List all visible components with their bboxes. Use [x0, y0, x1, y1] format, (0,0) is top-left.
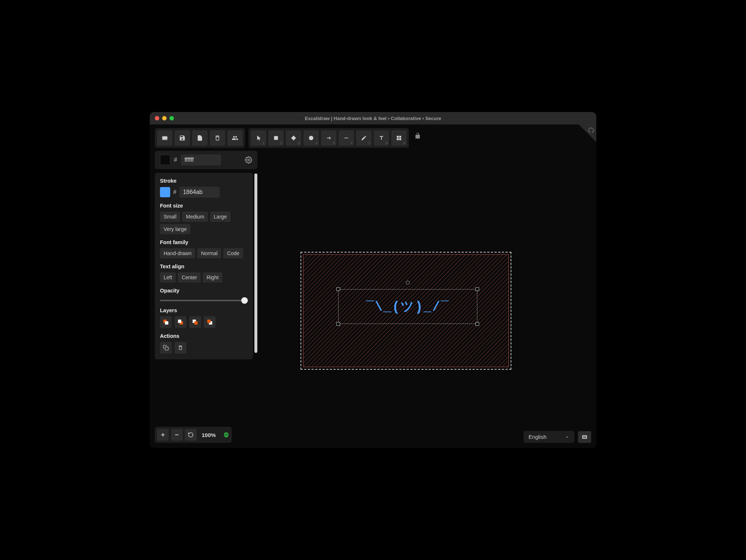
export-button[interactable] — [192, 130, 208, 146]
send-backward-button[interactable] — [175, 316, 186, 328]
text-align-section: Text align Left Center Right — [160, 264, 248, 283]
bg-color-swatch[interactable] — [160, 155, 170, 165]
insert-tool[interactable]: 9 — [391, 130, 407, 146]
maximize-window-button[interactable] — [169, 116, 174, 120]
resize-handle-sw[interactable] — [336, 322, 340, 326]
font-size-very-large[interactable]: Very large — [160, 224, 190, 234]
circle-icon — [308, 135, 314, 141]
trash-icon — [178, 345, 183, 351]
svg-rect-16 — [165, 347, 168, 350]
tool-number: 5 — [333, 141, 335, 145]
properties-panel-wrap: Stroke # Font size Small Medium Large — [155, 173, 257, 359]
properties-scrollbar[interactable] — [254, 173, 257, 359]
bring-forward-button[interactable] — [189, 316, 201, 328]
draw-tool[interactable]: 7 — [356, 130, 372, 146]
stroke-color-swatch[interactable] — [160, 187, 170, 197]
diamond-tool[interactable]: 3 — [286, 130, 301, 146]
font-family-hand-drawn[interactable]: Hand-drawn — [160, 248, 195, 258]
keyboard-shortcuts-button[interactable] — [578, 431, 591, 443]
gear-icon — [245, 156, 252, 164]
square-icon — [273, 135, 279, 141]
text-align-heading: Text align — [160, 264, 248, 269]
send-to-back-icon — [163, 319, 169, 325]
font-size-medium[interactable]: Medium — [182, 212, 208, 222]
minus-icon — [174, 432, 180, 438]
line-tool[interactable]: 6 — [339, 130, 354, 146]
resize-handle-ne[interactable] — [475, 287, 479, 291]
tool-number: 9 — [403, 141, 405, 145]
trash-icon — [214, 135, 221, 141]
shield-icon — [223, 432, 230, 438]
open-button[interactable] — [157, 130, 172, 146]
ellipse-tool[interactable]: 4 — [303, 130, 319, 146]
zoom-out-button[interactable] — [171, 429, 183, 441]
lock-button[interactable] — [413, 128, 423, 143]
bg-color-input[interactable] — [181, 154, 221, 165]
window-title: Excalidraw | Hand-drawn look & feel • Co… — [150, 116, 596, 121]
properties-panel: Stroke # Font size Small Medium Large — [155, 173, 253, 359]
traffic-lights — [155, 116, 174, 120]
stroke-color-input[interactable] — [179, 187, 220, 198]
svg-point-7 — [248, 159, 250, 161]
copy-icon — [163, 345, 169, 351]
save-icon — [179, 135, 186, 141]
settings-button[interactable] — [245, 156, 252, 164]
language-selector[interactable]: English — [523, 431, 574, 443]
save-button[interactable] — [175, 130, 190, 146]
tool-number: 6 — [351, 141, 353, 145]
encryption-shield[interactable] — [223, 432, 230, 438]
tool-number: 3 — [298, 141, 300, 145]
send-to-back-button[interactable] — [160, 316, 172, 328]
duplicate-button[interactable] — [160, 342, 172, 354]
chevron-up-icon — [565, 435, 569, 439]
text-align-left[interactable]: Left — [160, 272, 176, 283]
arrow-tool[interactable]: 5 — [321, 130, 336, 146]
diamond-icon — [291, 135, 296, 141]
text-icon — [378, 135, 384, 141]
selection-tool[interactable]: 1 — [251, 130, 266, 146]
svg-rect-6 — [399, 138, 401, 140]
github-ribbon[interactable] — [579, 124, 596, 142]
rectangle-tool[interactable]: 2 — [268, 130, 284, 146]
svg-rect-13 — [194, 321, 198, 325]
delete-button[interactable] — [175, 342, 186, 354]
stroke-heading: Stroke — [160, 178, 248, 184]
text-selection-box[interactable]: ¯\_(ツ)_/¯ — [338, 289, 477, 324]
users-icon — [231, 135, 239, 141]
opacity-slider[interactable] — [160, 300, 248, 301]
file-actions-group — [155, 128, 245, 148]
minimize-window-button[interactable] — [162, 116, 167, 120]
opacity-heading: Opacity — [160, 288, 248, 294]
text-align-right[interactable]: Right — [203, 272, 222, 283]
resize-handle-se[interactable] — [475, 322, 479, 326]
font-size-small[interactable]: Small — [160, 212, 180, 222]
zoom-in-button[interactable] — [157, 429, 169, 441]
svg-rect-4 — [399, 136, 401, 138]
font-family-normal[interactable]: Normal — [197, 248, 221, 258]
unlock-icon — [414, 132, 421, 139]
canvas-text-content[interactable]: ¯\_(ツ)_/¯ — [366, 298, 450, 316]
resize-handle-nw[interactable] — [336, 287, 340, 291]
hash-label: # — [174, 157, 177, 163]
text-align-center[interactable]: Center — [178, 272, 201, 283]
zoom-controls: 100% — [155, 427, 232, 443]
scrollbar-thumb[interactable] — [254, 173, 257, 353]
shape-tools-group: 1 2 3 4 5 — [249, 128, 409, 148]
close-window-button[interactable] — [155, 116, 159, 120]
clear-canvas-button[interactable] — [210, 130, 225, 146]
folder-open-icon — [161, 135, 168, 141]
font-size-section: Font size Small Medium Large Very large — [160, 203, 248, 234]
font-size-large[interactable]: Large — [210, 212, 231, 222]
text-tool[interactable]: 8 — [374, 130, 389, 146]
collaborate-button[interactable] — [227, 130, 243, 146]
bottom-right-controls: English — [523, 431, 591, 443]
bring-to-front-button[interactable] — [204, 316, 216, 328]
line-icon — [343, 135, 350, 141]
language-label: English — [529, 434, 547, 440]
svg-rect-15 — [207, 320, 210, 323]
rotation-handle[interactable] — [406, 281, 410, 284]
font-size-heading: Font size — [160, 203, 248, 209]
font-family-code[interactable]: Code — [223, 248, 243, 258]
top-toolbar: 1 2 3 4 5 — [155, 128, 423, 148]
zoom-reset-button[interactable] — [185, 429, 197, 441]
